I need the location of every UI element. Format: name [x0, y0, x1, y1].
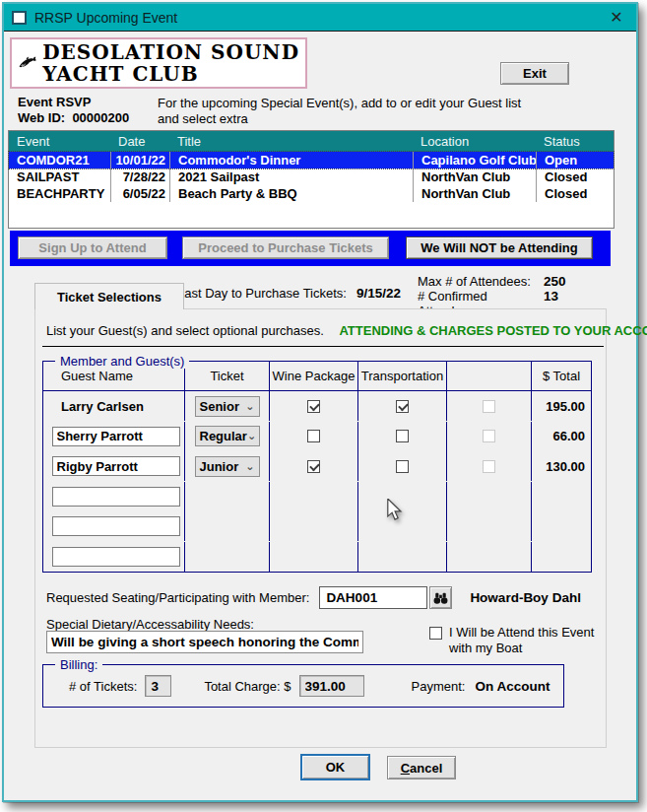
payment-label: Payment: — [412, 679, 466, 694]
tab-ticket-selections[interactable]: Ticket Selections — [34, 283, 184, 309]
total-row2: 66.00 — [531, 422, 591, 451]
billing-group: Billing: # of Tickets: Total Charge: $ P… — [42, 664, 564, 708]
orca-icon — [18, 39, 36, 87]
guest-col-total: $ Total — [531, 362, 591, 391]
guest-name-member: Larry Carlsen — [43, 391, 184, 421]
sign-up-button[interactable]: Sign Up to Attend — [18, 237, 167, 259]
chevron-down-icon: ⌄ — [245, 400, 254, 413]
column-header-title: Title — [169, 131, 413, 152]
total-row1: 195.00 — [531, 391, 591, 421]
window-icon — [12, 11, 27, 25]
guest-name-input-row6[interactable] — [52, 547, 180, 567]
total-row3: 130.00 — [531, 451, 591, 481]
guest-col-extra — [446, 362, 531, 391]
not-attending-button[interactable]: We Will NOT be Attending — [406, 237, 593, 259]
chevron-down-icon: ⌄ — [247, 430, 256, 442]
member-guests-group: Member and Guest(s) Guest Name Ticket Wi… — [42, 361, 592, 573]
action-bar: Sign Up to Attend Proceed to Purchase Ti… — [10, 231, 611, 266]
binoculars-icon — [433, 591, 448, 605]
extra-checkbox-row2 — [483, 430, 495, 442]
chevron-down-icon: ⌄ — [245, 460, 254, 473]
ticket-dropdown-row2[interactable]: Regular⌄ — [195, 426, 260, 446]
last-day-row: Last Day to Purchase Tickets:9/15/22 — [177, 286, 401, 301]
close-icon[interactable]: ✕ — [605, 8, 628, 27]
total-charge-input — [299, 675, 364, 697]
cancel-button[interactable]: Cancel — [387, 756, 456, 779]
extra-checkbox-row3 — [483, 460, 495, 473]
column-header-location: Location — [413, 131, 536, 152]
member-name-text: Howard-Boy Dahl — [470, 590, 581, 605]
title-bar: RRSP Upcoming Event ✕ — [4, 4, 636, 32]
window-title: RRSP Upcoming Event — [34, 10, 177, 26]
event-rsvp-title: Event RSVP — [18, 95, 129, 110]
guest-col-wine: Wine Package — [269, 362, 357, 391]
mouse-cursor — [385, 499, 405, 522]
dietary-input[interactable] — [46, 631, 363, 653]
max-attendees-value: 250 — [544, 274, 566, 289]
seating-label: Requested Seating/Participating with Mem… — [46, 590, 309, 605]
column-header-status: Status — [536, 131, 614, 152]
member-lookup-button[interactable] — [429, 586, 452, 609]
web-id-label: Web ID: — [18, 110, 65, 125]
dietary-label: Special Dietary/Accessability Needs: — [46, 617, 254, 632]
guest-col-ticket: Ticket — [184, 362, 269, 391]
exit-button[interactable]: Exit — [500, 62, 569, 85]
tickets-count-input — [145, 675, 171, 697]
boat-checkbox[interactable] — [429, 627, 442, 640]
column-header-event: Event — [9, 131, 110, 152]
billing-group-label: Billing: — [55, 657, 102, 672]
wine-checkbox-row1[interactable] — [307, 400, 320, 413]
web-id-value: 00000200 — [72, 110, 129, 125]
wine-checkbox-row3[interactable] — [307, 460, 320, 473]
total-charge-label: Total Charge: $ — [204, 679, 291, 694]
ticket-selections-panel: List your Guest(s) and select optional p… — [34, 308, 607, 748]
attending-note: ATTENDING & CHARGES POSTED TO YOUR ACCOU… — [339, 323, 647, 338]
purchase-tickets-button[interactable]: Proceed to Purchase Tickets — [182, 237, 389, 259]
club-name: DESOLATION SOUND YACHT CLUB — [42, 41, 299, 86]
event-row-beachparty[interactable]: BEACHPARTY 6/05/22 Beach Party & BBQ Nor… — [9, 185, 614, 202]
member-guests-group-label: Member and Guest(s) — [55, 354, 189, 369]
club-logo: DESOLATION SOUND YACHT CLUB — [10, 37, 307, 89]
guest-hint-text: List your Guest(s) and select optional p… — [46, 323, 324, 338]
rsvp-dialog-window: RRSP Upcoming Event ✕ DESOLATION SOUND Y… — [2, 2, 638, 802]
event-rsvp-block: Event RSVP Web ID: 00000200 — [18, 95, 129, 126]
member-code-input[interactable] — [319, 586, 427, 609]
payment-value: On Account — [475, 679, 550, 694]
boat-checkbox-label: I Will be Attend this Event with my Boat — [449, 625, 594, 656]
guest-name-input-row4[interactable] — [52, 487, 180, 507]
event-row-sailpast[interactable]: SAILPAST 7/28/22 2021 Sailpast NorthVan … — [9, 169, 614, 185]
extra-checkbox-row1 — [483, 400, 495, 413]
guest-col-transportation: Transportation — [357, 362, 446, 391]
guest-name-input-row2[interactable] — [52, 427, 180, 446]
tickets-count-label: # of Tickets: — [69, 679, 137, 694]
guest-name-input-row5[interactable] — [52, 516, 180, 536]
transportation-checkbox-row1[interactable] — [396, 400, 409, 413]
ticket-dropdown-row3[interactable]: Junior⌄ — [195, 456, 260, 477]
divider-line — [42, 346, 604, 347]
transportation-checkbox-row3[interactable] — [396, 460, 409, 473]
column-header-date: Date — [110, 131, 169, 152]
last-day-label: Last Day to Purchase Tickets: — [177, 286, 347, 301]
wine-checkbox-row2[interactable] — [307, 430, 320, 442]
max-attendees-label: Max # of Attendees: — [418, 274, 544, 289]
events-table: Event Date Title Location Status COMDOR2… — [8, 130, 615, 229]
events-table-header: Event Date Title Location Status — [9, 131, 614, 152]
guest-name-input-row3[interactable] — [52, 456, 180, 476]
ok-button[interactable]: OK — [300, 754, 370, 780]
transportation-checkbox-row2[interactable] — [396, 430, 409, 442]
ticket-dropdown-row1[interactable]: Senior⌄ — [195, 396, 260, 417]
last-day-value: 9/15/22 — [356, 286, 401, 301]
event-row-comdor21[interactable]: COMDOR21 10/01/22 Commodor's Dinner Capi… — [9, 152, 614, 169]
